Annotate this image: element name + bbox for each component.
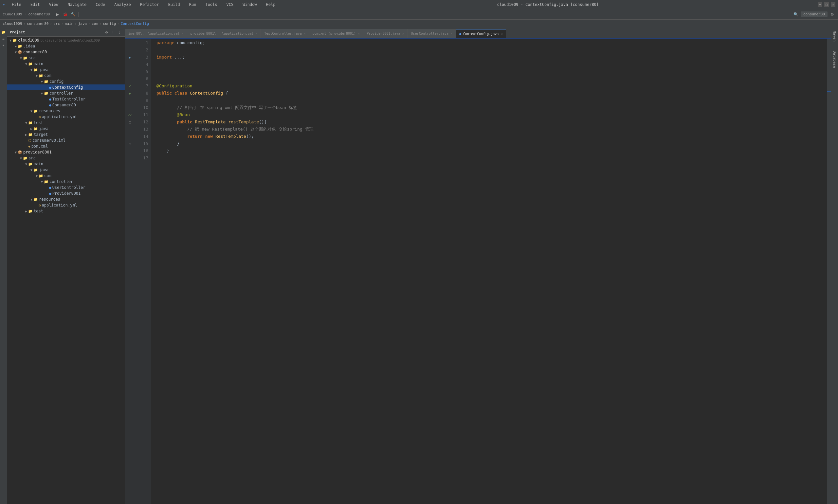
breadcrumb-item-6[interactable]: config	[103, 22, 116, 26]
tree-item-com[interactable]: ▼ 📁 com	[7, 73, 125, 78]
tab-4[interactable]: Provider8001.java ✕	[363, 29, 408, 38]
tree-arrow[interactable]: ▼	[30, 168, 33, 172]
tree-item-testcontroller[interactable]: ● TestController	[7, 96, 125, 102]
structure-icon[interactable]: ≡	[1, 36, 6, 42]
tree-arrow[interactable]: ▼	[35, 74, 39, 77]
bookmark4-icon[interactable]: ◯	[129, 142, 131, 146]
menu-help[interactable]: Help	[264, 2, 278, 7]
settings-button[interactable]: ⚙	[829, 11, 835, 18]
tree-item-java2[interactable]: ▼ 📁 java	[7, 167, 125, 173]
breadcrumb-item-4[interactable]: java	[78, 22, 87, 26]
tree-item-src2[interactable]: ▼ 📁 src	[7, 155, 125, 161]
project-icon[interactable]: 📁	[1, 30, 6, 35]
tree-item-controller2[interactable]: ▼ 📁 controller	[7, 179, 125, 184]
menu-analyze[interactable]: Analyze	[112, 2, 133, 7]
database-icon[interactable]: Database	[831, 50, 838, 69]
tree-arrow[interactable]: ▶	[14, 44, 18, 48]
tree-item-consumer80-iml[interactable]: ⬡ consumer80.iml	[7, 138, 125, 143]
project-toolbar-btn2[interactable]: ↕	[110, 30, 115, 35]
breadcrumb-item-5[interactable]: com	[92, 22, 98, 26]
tree-item-consumer80[interactable]: ▼ 📦 consumer80	[7, 49, 125, 55]
tree-item-main2[interactable]: ▼ 📁 main	[7, 161, 125, 167]
menu-edit[interactable]: Edit	[28, 2, 42, 7]
tree-item-usercontroller[interactable]: ● UserController	[7, 184, 125, 191]
tree-arrow[interactable]: ▼	[14, 50, 18, 54]
menu-vcs[interactable]: VCS	[224, 2, 236, 7]
close-button[interactable]: ✕	[831, 2, 835, 7]
tree-item-test[interactable]: ▼ 📁 test	[7, 120, 125, 126]
tree-item-provider8001[interactable]: ▼ 📦 provider8001	[7, 149, 125, 155]
tree-item-main[interactable]: ▼ 📁 main	[7, 61, 125, 67]
tree-arrow[interactable]: ▼	[30, 198, 33, 201]
breadcrumb-item-1[interactable]: consumer80	[27, 22, 49, 26]
tree-arrow[interactable]: ▼	[40, 92, 44, 95]
project-toolbar-btn1[interactable]: ⚙	[104, 30, 109, 35]
tree-arrow[interactable]: ▼	[24, 62, 28, 66]
tree-item-src[interactable]: ▼ 📁 src	[7, 55, 125, 61]
run-button[interactable]: ▶	[54, 11, 60, 18]
tree-arrow[interactable]: ▼	[19, 56, 23, 60]
tree-item-provider8001-class[interactable]: ● Provider8001	[7, 191, 125, 196]
tree-arrow[interactable]: ▼	[8, 39, 13, 42]
tab-6-active[interactable]: ● ContextConfig.java ✕	[456, 29, 506, 38]
menu-run[interactable]: Run	[186, 2, 199, 7]
tab-close-4[interactable]: ✕	[402, 32, 404, 35]
menu-build[interactable]: Build	[166, 2, 183, 7]
tab-close-2[interactable]: ✕	[304, 32, 306, 35]
bookmark3-icon[interactable]: ◯	[129, 120, 131, 124]
build-button[interactable]: 🔨	[70, 11, 76, 18]
menu-window[interactable]: Window	[240, 2, 259, 7]
menu-navigate[interactable]: Navigate	[65, 2, 89, 7]
project-toolbar-btn3[interactable]: ⋮	[117, 30, 122, 35]
tab-close-5[interactable]: ✕	[450, 32, 452, 35]
tree-arrow[interactable]: ▼	[19, 157, 23, 160]
tree-item-idea[interactable]: ▶ 📁 .idea	[7, 43, 125, 49]
tree-arrow[interactable]: ▶	[24, 210, 28, 213]
favorites-icon[interactable]: ★	[1, 42, 6, 49]
menu-view[interactable]: View	[47, 2, 61, 7]
collapse-icon[interactable]: ▶	[129, 56, 131, 59]
tree-arrow[interactable]: ▼	[14, 150, 18, 154]
breadcrumb-item-3[interactable]: main	[65, 22, 74, 26]
breadcrumb-item-7[interactable]: ContextConfig	[121, 22, 149, 26]
tree-item-com2[interactable]: ▼ 📁 com	[7, 173, 125, 179]
tree-item-java-test[interactable]: ▶ 📁 java	[7, 126, 125, 131]
tree-item-pom-xml[interactable]: ◈ pom.xml	[7, 143, 125, 149]
tree-item-resources[interactable]: ▼ 📁 resources	[7, 108, 125, 114]
menu-tools[interactable]: Tools	[203, 2, 220, 7]
tree-item-application-yml2[interactable]: ⚙ application.yml	[7, 202, 125, 208]
maven-icon[interactable]: Maven	[831, 30, 838, 43]
tree-arrow[interactable]: ▼	[24, 162, 28, 166]
minimize-button[interactable]: ─	[818, 2, 822, 7]
consumer80-selector[interactable]: consumer80	[801, 12, 827, 17]
maximize-button[interactable]: □	[824, 2, 829, 7]
tree-item-contextconfig[interactable]: ● ContextConfig	[7, 85, 125, 90]
code-editor[interactable]: package com.config; import ...; @Configu…	[151, 39, 827, 504]
tree-item-application-yml[interactable]: ⚙ application.yml	[7, 114, 125, 120]
menu-file[interactable]: File	[9, 2, 24, 7]
editor-scrollbar[interactable]	[827, 39, 831, 504]
run-gutter-icon[interactable]: ▶	[129, 91, 131, 95]
tree-item-cloud1009[interactable]: ▼ 📁 cloud1009 D:\JavaEnterpriseWeb\cloud…	[7, 37, 125, 43]
tree-arrow[interactable]: ▼	[30, 109, 33, 113]
tab-3[interactable]: pom.xml (provider8001) ✕	[309, 29, 363, 38]
tree-arrow[interactable]: ▶	[24, 133, 28, 137]
tree-item-config[interactable]: ▼ 📁 config	[7, 78, 125, 85]
bookmark-icon[interactable]: ✓	[129, 84, 131, 88]
search-button[interactable]: 🔍	[793, 11, 799, 18]
tree-arrow[interactable]: ▼	[40, 180, 44, 184]
tree-item-target[interactable]: ▶ 📁 target	[7, 131, 125, 138]
tree-arrow[interactable]: ▼	[30, 68, 33, 72]
tree-item-java[interactable]: ▼ 📁 java	[7, 67, 125, 73]
menu-refactor[interactable]: Refactor	[138, 2, 162, 7]
tab-5[interactable]: UserController.java ✕	[408, 29, 456, 38]
tab-2[interactable]: TestController.java ✕	[261, 29, 309, 38]
tree-item-test2[interactable]: ▶ 📁 test	[7, 208, 125, 214]
tab-close-3[interactable]: ✕	[358, 32, 360, 35]
tree-arrow[interactable]: ▼	[24, 121, 28, 125]
tree-arrow[interactable]: ▼	[40, 80, 44, 84]
tab-close-1[interactable]: ✕	[255, 32, 257, 35]
tab-close-0[interactable]: ✕	[182, 32, 184, 35]
tab-0[interactable]: imer80\...\application.yml ✕	[125, 29, 187, 38]
tab-1[interactable]: provider8001\...\application.yml ✕	[187, 29, 261, 38]
